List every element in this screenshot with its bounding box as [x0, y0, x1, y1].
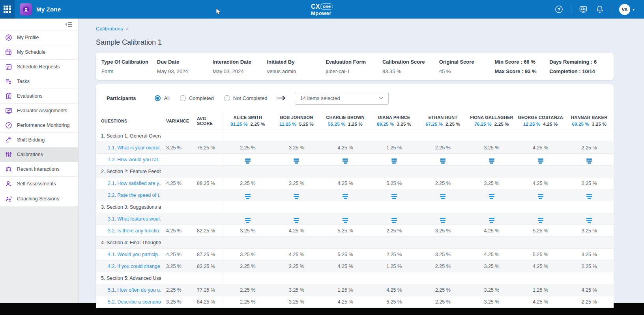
sidebar-item-recent-interactions[interactable]: Recent Interactions — [0, 162, 78, 177]
score-cell: 3.25 % — [419, 228, 468, 234]
participants-dropdown[interactable]: 14 items selected — [295, 92, 389, 105]
participant-score[interactable]: 81.25 % — [230, 122, 248, 126]
sidebar-item-evaluator-assignments[interactable]: Evaluator Assignments — [0, 104, 78, 118]
answer-notes-cell — [516, 191, 565, 199]
radio-button-icon[interactable] — [224, 95, 230, 101]
table-header-row: QUESTIONS VARIANCE AVG SCORE ALICE SMITH… — [96, 112, 614, 130]
radio-all[interactable]: All — [155, 95, 169, 101]
notes-icon[interactable] — [440, 158, 446, 164]
notes-icon[interactable] — [294, 218, 299, 223]
answer-notes-cell — [419, 191, 468, 199]
question-link[interactable]: 2.1. How satisfied are y... — [108, 181, 161, 186]
notes-icon[interactable] — [538, 158, 543, 164]
my-zone-icon[interactable] — [20, 3, 32, 15]
user-avatar[interactable]: VA — [619, 4, 630, 15]
question-link[interactable]: 1.2. How would you rat... — [108, 157, 161, 162]
radio-completed[interactable]: Completed — [180, 95, 214, 101]
summary-field-value: 45 % — [439, 68, 495, 74]
notes-icon[interactable] — [586, 158, 592, 164]
question-link[interactable]: 3.2. Is there any functio... — [108, 228, 161, 234]
notes-icon[interactable] — [391, 218, 397, 223]
notes-icon[interactable] — [294, 158, 299, 164]
score-cell: 3.25 % — [419, 252, 468, 257]
participant-header-diana-prince: DIANA PRINCE 89.25 %3.25 % — [370, 114, 419, 128]
participant-score[interactable]: 67.25 % — [426, 122, 443, 126]
answer-notes-cell — [272, 155, 321, 164]
participant-score[interactable]: 89.25 % — [377, 122, 394, 126]
notes-icon[interactable] — [440, 194, 446, 199]
summary-field-label: Calibration Score — [382, 59, 439, 65]
question-row: 1.2. How would you rat... — [96, 154, 614, 166]
sidebar-item-shift-bidding[interactable]: Shift Bidding — [0, 133, 78, 147]
sidebar-item-calibrations[interactable]: Calibrations — [0, 147, 78, 162]
question-link[interactable]: 1.1. What is your overal... — [108, 145, 161, 151]
notes-icon[interactable] — [538, 218, 543, 223]
sidebar-collapse-icon[interactable] — [65, 21, 73, 28]
notes-icon[interactable] — [343, 194, 348, 199]
notes-icon[interactable] — [489, 218, 494, 223]
sidebar-item-schedule-requests[interactable]: Schedule Requests — [0, 60, 78, 74]
notes-icon[interactable] — [343, 218, 348, 223]
sidebar-item-evaluations[interactable]: Evaluations — [0, 89, 78, 104]
notes-icon[interactable] — [489, 158, 494, 164]
question-row: 5.2. Describe a scenario...3.25 %84.25 %… — [96, 296, 614, 308]
sidebar-item-coaching-sessions[interactable]: Coaching Sessions — [0, 191, 78, 206]
participant-score[interactable]: 76.25 % — [474, 122, 492, 126]
question-link[interactable]: 2.2. Rate the speed of t... — [108, 192, 161, 198]
answer-notes-cell — [419, 155, 468, 164]
help-icon[interactable]: ? — [554, 5, 564, 14]
question-link[interactable]: 3.1. What features woul... — [108, 216, 161, 222]
screen-share-icon[interactable] — [578, 5, 588, 14]
avatar-chevron-down-icon[interactable]: ▾ — [633, 7, 635, 11]
score-cell: 3.25 % — [223, 252, 272, 257]
score-cell: 4.25 % — [516, 181, 565, 186]
participant-name: ETHAN HUNT — [419, 114, 468, 121]
chart-monitor-icon — [5, 107, 12, 114]
radio-not-completed[interactable]: Not Completed — [224, 95, 268, 101]
notes-icon[interactable] — [391, 194, 397, 199]
participant-score[interactable]: 55.25 % — [328, 122, 345, 126]
sidebar-item-my-profile[interactable]: My Profile — [0, 30, 78, 45]
notes-icon[interactable] — [538, 194, 543, 199]
sidebar-item-label: My Profile — [17, 35, 39, 40]
participant-score[interactable]: 12.25 % — [523, 122, 541, 126]
radio-button-icon[interactable] — [180, 95, 186, 101]
score-cell: 5.25 % — [370, 299, 419, 305]
notes-icon[interactable] — [391, 158, 397, 164]
notes-icon[interactable] — [440, 218, 446, 223]
section-label: 4. Section 4: Final Thoughts — [96, 240, 161, 245]
sidebar-item-tasks[interactable]: Tasks — [0, 74, 78, 89]
breadcrumb-calibrations-link[interactable]: Calibrations — [96, 26, 123, 32]
notes-icon[interactable] — [343, 158, 348, 164]
notes-icon[interactable] — [489, 194, 494, 199]
avg-score-value — [192, 213, 223, 224]
question-link[interactable]: 4.1. Would you particip... — [108, 252, 161, 257]
question-link[interactable]: 5.2. Describe a scenario... — [108, 299, 161, 305]
notes-icon[interactable] — [245, 218, 251, 223]
score-cell: 3.25 % — [272, 145, 321, 151]
participant-variance: 4.25 % — [543, 122, 558, 126]
sidebar-item-self-assessments[interactable]: Self Assessments — [0, 177, 78, 191]
participant-score[interactable]: 11.25 % — [279, 122, 296, 126]
question-link[interactable]: 4.2. If you could change... — [108, 264, 161, 269]
sidebar-item-performance-monitoring[interactable]: Performance Monitoring — [0, 118, 78, 133]
notes-icon[interactable] — [586, 194, 592, 199]
question-link[interactable]: 5.1. How often do you u... — [108, 287, 161, 293]
score-cell: 2.25 % — [223, 299, 272, 305]
notifications-bell-icon[interactable] — [595, 5, 605, 14]
notes-icon[interactable] — [245, 194, 251, 199]
notes-icon[interactable] — [245, 158, 251, 164]
score-cell: 3.25 % — [272, 181, 321, 186]
participant-variance: 5.25 % — [299, 122, 314, 126]
avg-score-value — [192, 189, 223, 201]
avg-score-value — [192, 272, 223, 284]
app-launcher-button[interactable] — [0, 0, 15, 19]
notes-icon[interactable] — [294, 194, 299, 199]
notes-icon[interactable] — [586, 218, 592, 223]
radio-label: All — [164, 95, 169, 101]
score-cell: 4.25 % — [321, 264, 370, 269]
participant-score[interactable]: 69.25 % — [572, 122, 589, 126]
sidebar-item-my-schedule[interactable]: My Schedule — [0, 45, 78, 60]
score-cell: 2.25 % — [370, 252, 419, 257]
radio-button-icon[interactable] — [155, 95, 161, 101]
